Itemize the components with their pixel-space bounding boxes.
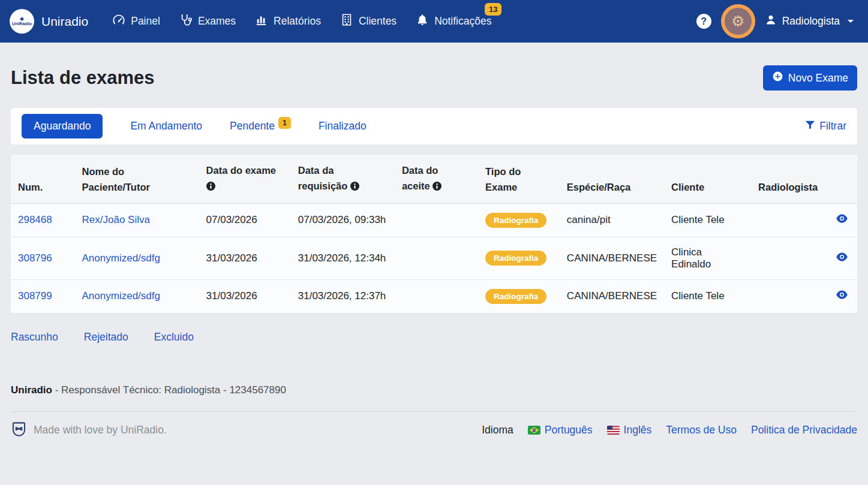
accept-date	[395, 237, 478, 279]
view-exam-button[interactable]	[836, 214, 848, 226]
nav-items: Painel Exames Relatórios Clientes Notifi…	[112, 13, 491, 29]
patient-link[interactable]: Anonymized/sdfg	[82, 290, 160, 302]
tab-label: Aguardando	[34, 120, 91, 132]
pet-tag-bone-icon	[11, 421, 27, 440]
table-row: 298468 Rex/João Silva 07/03/2026 07/03/2…	[11, 203, 857, 237]
table-row: 308796 Anonymized/sdfg 31/03/2026 31/03/…	[11, 237, 857, 279]
nav-item-clientes[interactable]: Clientes	[340, 13, 397, 29]
species: CANINA/BERNESE	[560, 237, 664, 279]
language-link: Inglês	[624, 424, 652, 436]
header-label: Data do	[402, 162, 471, 178]
nav-item-exames[interactable]: Exames	[179, 13, 236, 29]
header-label: Cliente	[671, 179, 744, 195]
view-exam-button[interactable]	[836, 252, 848, 264]
col-patient: Nome doPaciente/Tutor	[75, 155, 199, 203]
tab-label: Em Andamento	[130, 120, 202, 132]
exam-number-link[interactable]: 298468	[18, 214, 52, 225]
rejeitado-link[interactable]: Rejeitado	[84, 331, 128, 344]
col-client: Cliente	[664, 155, 751, 203]
question-mark-icon: ?	[701, 16, 707, 27]
header-label: Num.	[18, 179, 68, 195]
status-links: Rascunho Rejeitado Excluido	[11, 331, 857, 344]
header-label: Paciente/Tutor	[82, 179, 192, 195]
speedometer-icon	[112, 13, 125, 29]
nav-item-notificacoes[interactable]: Notificações 13	[416, 13, 491, 29]
accept-date	[395, 203, 478, 237]
nav-label: Exames	[198, 15, 236, 28]
plus-circle-icon	[772, 71, 783, 85]
tab-em-andamento[interactable]: Em Andamento	[130, 120, 202, 132]
privacy-policy-link[interactable]: Politica de Privacidade	[751, 424, 857, 436]
filter-button[interactable]: Filtrar	[805, 120, 846, 133]
header-label: requisição	[298, 180, 348, 191]
info-icon[interactable]	[206, 179, 215, 195]
funnel-icon	[805, 120, 815, 133]
patient-link[interactable]: Anonymized/sdfg	[82, 252, 160, 264]
exam-type-badge: Radiografia	[485, 251, 546, 266]
exam-number-link[interactable]: 308796	[18, 252, 52, 264]
uniradio-logo: ◆ UniRadio	[10, 9, 34, 34]
tab-label: Finalizado	[319, 120, 367, 132]
navbar: ◆ UniRadio Uniradio Painel Exames Relató…	[0, 0, 868, 43]
responsible-brand: Uniradio	[11, 384, 52, 396]
info-icon[interactable]	[433, 179, 441, 195]
user-name: Radiologista	[782, 15, 840, 28]
nav-label: Relatórios	[274, 15, 321, 28]
technical-responsible-line: Uniradio - Responsável Técnico: Radiolog…	[11, 384, 857, 396]
gear-icon: ⚙	[731, 14, 744, 29]
nav-label: Notificações	[434, 15, 491, 28]
tabs-bar: Aguardando Em Andamento Pendente1 Finali…	[11, 108, 857, 144]
request-date: 31/03/2026, 12:37h	[291, 279, 395, 313]
client: Cliente Tele	[664, 279, 751, 313]
notifications-count-badge: 13	[485, 3, 501, 16]
header-label: aceite	[402, 180, 430, 191]
exam-number-link[interactable]: 308799	[18, 290, 52, 302]
language-english[interactable]: Inglês	[607, 424, 652, 436]
header-label: Data da	[298, 162, 388, 178]
settings-button-highlight[interactable]: ⚙	[721, 4, 755, 38]
col-request-date: Data darequisição	[291, 155, 395, 203]
exam-type-badge: Radiografia	[485, 213, 546, 228]
brand[interactable]: ◆ UniRadio Uniradio	[10, 9, 88, 34]
rascunho-link[interactable]: Rascunho	[11, 331, 58, 344]
new-exam-button[interactable]: Novo Exame	[763, 65, 857, 91]
col-type: Tipo doExame	[478, 155, 560, 203]
tab-pendente[interactable]: Pendente1	[230, 120, 291, 132]
col-num: Num.	[11, 155, 75, 203]
exam-date: 07/03/2026	[199, 203, 291, 237]
nav-label: Painel	[131, 15, 160, 28]
request-date: 07/03/2026, 09:33h	[291, 203, 395, 237]
pendente-count-badge: 1	[278, 117, 291, 129]
request-date: 31/03/2026, 12:34h	[291, 237, 395, 279]
exam-type-badge: Radiografia	[485, 289, 546, 304]
user-menu[interactable]: Radiologista	[765, 14, 854, 29]
excluido-link[interactable]: Excluido	[154, 331, 194, 344]
tab-finalizado[interactable]: Finalizado	[319, 120, 367, 132]
usa-flag-icon	[607, 426, 620, 435]
language-portuguese[interactable]: Português	[528, 424, 593, 436]
nav-label: Clientes	[359, 15, 397, 28]
table-row: 308799 Anonymized/sdfg 31/03/2026 31/03/…	[11, 279, 857, 313]
header-label: Data do exame	[206, 162, 284, 178]
logo-text: UniRadio	[12, 22, 32, 26]
brazil-flag-icon	[528, 426, 540, 435]
nav-item-painel[interactable]: Painel	[112, 13, 160, 29]
new-exam-label: Novo Exame	[788, 72, 848, 85]
building-icon	[340, 13, 353, 29]
chevron-down-icon	[848, 20, 854, 23]
terms-of-use-link[interactable]: Termos de Uso	[666, 424, 737, 436]
header-label: Radiologista	[758, 179, 822, 195]
table-header-row: Num. Nome doPaciente/Tutor Data do exame…	[11, 155, 857, 203]
radiologist	[751, 279, 829, 313]
patient-link[interactable]: Rex/João Silva	[82, 214, 150, 225]
help-button[interactable]: ?	[696, 14, 711, 29]
tab-label: Pendente	[230, 120, 275, 132]
radiologist	[751, 203, 829, 237]
exam-table: Num. Nome doPaciente/Tutor Data do exame…	[11, 155, 857, 314]
info-icon[interactable]	[350, 179, 359, 195]
view-exam-button[interactable]	[836, 290, 848, 302]
header-label: Espécie/Raça	[567, 179, 657, 195]
page-title: Lista de exames	[11, 67, 155, 89]
nav-item-relatorios[interactable]: Relatórios	[255, 13, 321, 29]
tab-aguardando[interactable]: Aguardando	[22, 114, 103, 138]
